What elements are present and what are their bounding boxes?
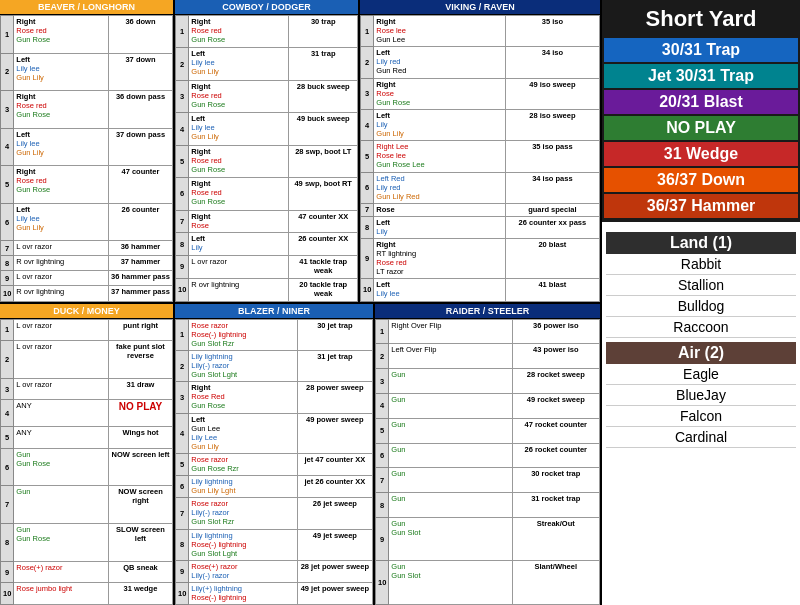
row-number: 2 [361, 47, 374, 78]
play-label: Rose razorGun Rose Rzr [189, 454, 297, 476]
play-name: 37 hammer pass [108, 286, 172, 301]
play-name: 49 power sweep [297, 413, 372, 454]
row-number: 7 [1, 486, 14, 524]
play-label: L ovr razor [14, 341, 109, 379]
play-label: Gun [389, 468, 512, 493]
table-row: 6Lily lightningGun Lily Lghtjet 26 count… [176, 476, 373, 498]
table-row: 5Right LeeRose leeGun Rose Lee35 iso pas… [361, 141, 600, 172]
table-row: 1Right Over Flip36 power iso [376, 319, 600, 344]
row-number: 6 [376, 443, 389, 468]
row-number: 1 [1, 16, 14, 54]
play-label: L ovr razor [14, 271, 109, 286]
play-label: L ovr razor [14, 378, 109, 400]
blazer-block: BLAZER / NINER 1Rose razorRose(-) lightn… [175, 304, 375, 606]
row-number: 1 [361, 16, 374, 47]
row-number: 7 [176, 210, 189, 233]
row-number: 5 [1, 166, 14, 204]
play-name: 47 counter XX [289, 210, 358, 233]
play-label: Rose(+) razor [14, 561, 109, 583]
blazer-header: BLAZER / NINER [175, 304, 373, 319]
play-name: 26 counter xx pass [505, 216, 599, 238]
play-label: L ovr razor [14, 319, 109, 341]
viking-block: VIKING / RAVEN 1RightRose leeGun Lee35 i… [360, 0, 600, 302]
play-label: RightRose redGun Rose [189, 145, 289, 177]
table-row: 1RightRose redGun Rose30 trap [176, 16, 358, 48]
table-row: 1RightRose leeGun Lee35 iso [361, 16, 600, 47]
play-name: QB sneak [108, 561, 172, 583]
play-label: LeftLily leeGun Lily [189, 113, 289, 145]
row-number: 8 [176, 233, 189, 256]
table-row: 8GunGun RoseSLOW screen left [1, 524, 173, 562]
play-label: LeftLily lee [374, 279, 505, 301]
row-number: 10 [176, 278, 189, 301]
cowboy-table: 1RightRose redGun Rose30 trap2LeftLily l… [175, 15, 358, 302]
play-label: Gun [389, 418, 512, 443]
play-call-item: NO PLAY [604, 116, 798, 140]
table-row: 4LeftLily leeGun Lily37 down pass [1, 128, 173, 166]
play-label: RightRose RedGun Rose [189, 382, 297, 413]
play-call-item: Jet 30/31 Trap [604, 64, 798, 88]
table-row: 7L ovr razor36 hammer [1, 241, 173, 256]
row-number: 10 [376, 561, 389, 605]
play-name: 37 hammer [108, 256, 172, 271]
play-label: L ovr razor [14, 241, 109, 256]
row-number: 3 [1, 91, 14, 129]
land-header: Land (1) [606, 232, 796, 254]
play-name: 43 power iso [512, 344, 599, 369]
table-row: 10Rose jumbo light31 wedge [1, 583, 173, 605]
play-name: 41 blast [505, 279, 599, 301]
row-number: 4 [176, 113, 189, 145]
row-number: 9 [376, 518, 389, 561]
play-label: Left Over Flip [389, 344, 512, 369]
table-row: 10R ovr lightning37 hammer pass [1, 286, 173, 301]
air-header: Air (2) [606, 342, 796, 364]
play-name: punt right [108, 319, 172, 341]
play-label: Gun [389, 443, 512, 468]
play-label: Gun [14, 486, 109, 524]
air-item: Falcon [606, 406, 796, 427]
viking-header: VIKING / RAVEN [360, 0, 600, 15]
play-name: 28 rocket sweep [512, 369, 599, 394]
table-row: 7GunNOW screen right [1, 486, 173, 524]
play-label: Right Over Flip [389, 319, 512, 344]
table-row: 9Rose(+) razorQB sneak [1, 561, 173, 583]
table-row: 10R ovr lightning20 tackle trap weak [176, 278, 358, 301]
play-call-item: 36/37 Hammer [604, 194, 798, 218]
personnel-section: Land (1) RabbitStallionBulldogRaccoon Ai… [602, 230, 800, 450]
play-name: 49 buck sweep [289, 113, 358, 145]
table-row: 10LeftLily lee41 blast [361, 279, 600, 301]
play-name: 49 iso sweep [505, 78, 599, 109]
play-name: Wings hot [108, 427, 172, 449]
row-number: 6 [1, 448, 14, 486]
play-name: 47 counter [108, 166, 172, 204]
row-number: 5 [1, 427, 14, 449]
play-name: 41 tackle trap weak [289, 256, 358, 279]
play-label: RightRT lightningRose redLT razor [374, 238, 505, 279]
play-name: 31 trap [289, 48, 358, 80]
play-name: 49 jet power sweep [297, 582, 372, 604]
play-name: 35 iso pass [505, 141, 599, 172]
play-label: R ovr lightning [189, 278, 289, 301]
table-row: 6RightRose redGun Rose49 swp, boot RT [176, 178, 358, 210]
table-row: 4LeftLily leeGun Lily49 buck sweep [176, 113, 358, 145]
row-number: 8 [361, 216, 374, 238]
play-name: 31 rocket trap [512, 493, 599, 518]
table-row: 4Gun49 rocket sweep [376, 393, 600, 418]
table-row: 8R ovr lightning37 hammer [1, 256, 173, 271]
table-row: 2Left Over Flip43 power iso [376, 344, 600, 369]
play-name: jet 47 counter XX [297, 454, 372, 476]
row-number: 4 [376, 393, 389, 418]
play-label: Rose razorLily(-) razorGun Slot Rzr [189, 498, 297, 529]
row-number: 3 [361, 78, 374, 109]
row-number: 4 [1, 400, 14, 427]
row-number: 5 [361, 141, 374, 172]
play-name: guard special [505, 204, 599, 217]
land-item: Stallion [606, 275, 796, 296]
play-label: RightRose redGun Rose [189, 16, 289, 48]
play-label: RightRoseGun Rose [374, 78, 505, 109]
row-number: 7 [176, 498, 189, 529]
table-row: 7Roseguard special [361, 204, 600, 217]
row-number: 3 [176, 80, 189, 112]
play-label: LeftLily leeGun Lily [14, 53, 109, 91]
table-row: 9L ovr razor36 hammer pass [1, 271, 173, 286]
